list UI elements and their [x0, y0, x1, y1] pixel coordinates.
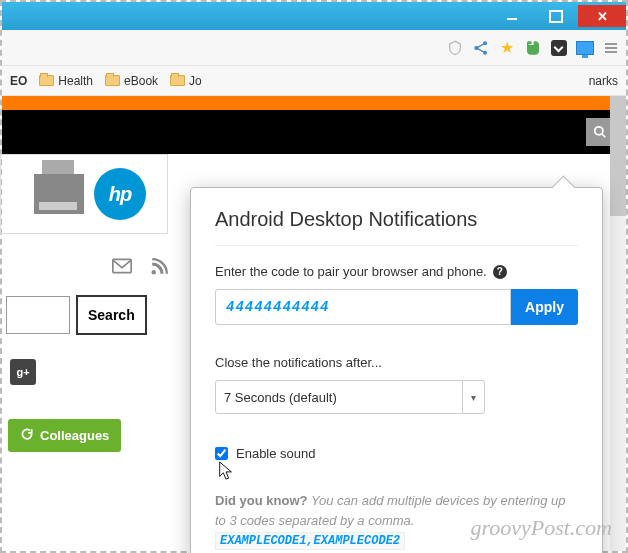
site-search-input[interactable] [6, 296, 70, 334]
bookmark-truncated-right[interactable]: narks [589, 74, 618, 88]
svg-line-4 [478, 48, 484, 51]
share-icon[interactable] [472, 39, 490, 57]
hp-logo: hp [94, 168, 146, 220]
rss-icon[interactable] [150, 258, 168, 281]
svg-rect-10 [113, 259, 131, 272]
scrollbar-thumb[interactable] [610, 96, 626, 216]
help-icon[interactable]: ? [493, 265, 507, 279]
site-search-button[interactable]: Search [76, 295, 147, 335]
close-button[interactable] [578, 5, 626, 27]
vertical-scrollbar[interactable] [610, 96, 626, 551]
site-header [2, 110, 626, 154]
page-content: hp Search g+ Colleagues Android Desktop … [2, 96, 626, 551]
shield-icon[interactable] [446, 39, 464, 57]
enable-sound-checkbox[interactable] [215, 447, 228, 460]
folder-icon [105, 75, 120, 86]
bookmark-star-icon[interactable]: ★ [498, 39, 516, 57]
minimize-button[interactable] [490, 5, 534, 27]
mail-icon[interactable] [112, 258, 132, 281]
colleagues-label: Colleagues [40, 428, 109, 443]
chevron-down-icon: ▾ [462, 381, 484, 413]
mouse-cursor-icon [217, 460, 235, 486]
browser-toolbar: ★ [2, 30, 626, 66]
bookmark-folder-ebook[interactable]: eBook [105, 74, 158, 88]
divider [215, 245, 578, 246]
hp-ad[interactable]: hp [0, 154, 168, 234]
apply-button[interactable]: Apply [511, 289, 578, 325]
close-after-label: Close the notifications after... [215, 355, 578, 370]
gplus-badge[interactable]: g+ [10, 359, 36, 385]
bookmark-folder-health[interactable]: Health [39, 74, 93, 88]
bookmarks-bar: EO Health eBook Jo narks [2, 66, 626, 96]
evernote-icon[interactable] [524, 39, 542, 57]
svg-line-3 [478, 44, 484, 47]
notification-extension-icon[interactable] [576, 39, 594, 57]
svg-point-11 [152, 270, 157, 275]
window-titlebar [2, 2, 626, 30]
maximize-button[interactable] [534, 5, 578, 27]
hint-text: Did you know? You can add multiple devic… [215, 491, 578, 550]
bookmark-truncated-left[interactable]: EO [10, 74, 27, 88]
svg-point-8 [595, 127, 603, 135]
popup-title: Android Desktop Notifications [215, 208, 578, 231]
pair-code-input[interactable] [215, 289, 511, 325]
folder-icon [39, 75, 54, 86]
colleagues-button[interactable]: Colleagues [8, 419, 121, 452]
hamburger-menu-icon[interactable] [602, 39, 620, 57]
printer-icon [34, 174, 84, 214]
svg-line-9 [602, 134, 606, 138]
timeout-select[interactable]: 7 Seconds (default) ▾ [215, 380, 485, 414]
extension-popup: Android Desktop Notifications Enter the … [190, 187, 603, 553]
enable-sound-label: Enable sound [236, 446, 316, 461]
pocket-icon[interactable] [550, 39, 568, 57]
refresh-icon [20, 427, 34, 444]
site-accent-bar [2, 96, 626, 110]
timeout-value: 7 Seconds (default) [224, 390, 337, 405]
pair-instruction: Enter the code to pair your browser and … [215, 264, 578, 279]
bookmark-folder-truncated[interactable]: Jo [170, 74, 202, 88]
example-code: EXAMPLECODE1,EXAMPLECODE2 [215, 532, 405, 550]
folder-icon [170, 75, 185, 86]
